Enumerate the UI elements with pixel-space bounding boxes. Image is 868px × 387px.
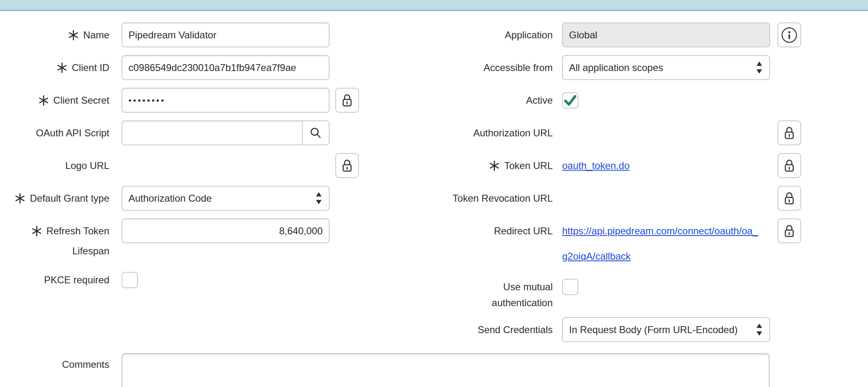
client-id-input[interactable] [122, 55, 330, 80]
client-secret-lock-button[interactable] [335, 88, 359, 113]
mandatory-icon [38, 95, 49, 106]
oauth-api-script-label: OAuth API Script [36, 127, 109, 139]
field-row-accessible-from: Accessible from All application scopes [434, 55, 868, 80]
use-mutual-authentication-label-line2: authentication [492, 297, 553, 309]
application-value: Global [562, 22, 770, 47]
authorization-url-lock-button[interactable] [777, 120, 801, 145]
field-row-authorization-url: Authorization URL [434, 120, 868, 145]
mandatory-icon [31, 226, 42, 236]
oauth-api-script-input[interactable] [122, 121, 302, 145]
default-grant-type-select[interactable]: Authorization Code [122, 186, 330, 211]
field-row-application: Application Global [434, 22, 868, 47]
select-arrows-icon [755, 60, 764, 75]
lock-icon [341, 93, 353, 107]
application-label: Application [505, 29, 553, 41]
lock-icon [784, 159, 795, 173]
mandatory-icon [489, 160, 500, 171]
token-revocation-url-lock-button[interactable] [777, 186, 801, 211]
field-row-pkce-required: PKCE required [0, 272, 434, 288]
authorization-url-label: Authorization URL [473, 127, 553, 139]
accessible-from-select[interactable]: All application scopes [562, 55, 770, 80]
default-grant-type-value: Authorization Code [128, 193, 212, 204]
token-url-lock-button[interactable] [777, 153, 801, 178]
checkmark-icon [563, 93, 577, 107]
use-mutual-authentication-checkbox[interactable] [562, 279, 578, 295]
token-revocation-url-value [562, 186, 770, 211]
comments-textarea[interactable] [122, 353, 770, 387]
send-credentials-label: Send Credentials [478, 324, 553, 336]
active-label: Active [526, 95, 553, 106]
select-arrows-icon [755, 322, 764, 337]
field-row-client-id: Client ID [0, 55, 434, 80]
client-id-label: Client ID [72, 62, 109, 73]
send-credentials-select[interactable]: In Request Body (Form URL-Encoded) [562, 317, 770, 342]
authorization-url-value [562, 120, 770, 145]
oauth-registry-form: Name Client ID [0, 11, 868, 387]
lock-icon [784, 224, 795, 238]
client-secret-input[interactable] [122, 88, 330, 113]
field-row-default-grant-type: Default Grant type Authorization Code [0, 186, 434, 211]
field-row-oauth-api-script: OAuth API Script [0, 120, 434, 145]
lock-icon [784, 191, 795, 205]
application-info-button[interactable] [777, 22, 801, 47]
accessible-from-label: Accessible from [484, 62, 553, 73]
redirect-url-link[interactable]: https://api.pipedream.com/connect/oauth/… [562, 218, 770, 269]
field-row-token-revocation-url: Token Revocation URL [434, 186, 868, 211]
accessible-from-value: All application scopes [569, 62, 663, 73]
logo-url-lock-button[interactable] [335, 153, 359, 178]
token-url-label: Token URL [504, 160, 553, 171]
pkce-required-label: PKCE required [44, 274, 109, 286]
lock-icon [341, 159, 353, 173]
logo-url-label: Logo URL [65, 160, 109, 171]
active-checkbox[interactable] [562, 92, 578, 109]
field-row-use-mutual-authentication: Use mutual authentication [434, 279, 868, 309]
default-grant-type-label: Default Grant type [30, 193, 109, 204]
client-secret-label: Client Secret [53, 95, 109, 106]
comments-label: Comments [62, 359, 109, 370]
section-header-bar [0, 0, 868, 11]
lock-icon [784, 126, 795, 140]
field-row-name: Name [0, 22, 434, 47]
field-row-client-secret: Client Secret [0, 88, 434, 113]
token-url-link[interactable]: oauth_token.do [562, 160, 629, 171]
refresh-token-lifespan-label-line2: Lifespan [72, 245, 109, 257]
field-row-active: Active [434, 88, 868, 113]
mandatory-icon [68, 30, 79, 40]
name-input[interactable] [122, 22, 330, 47]
token-revocation-url-label: Token Revocation URL [453, 193, 553, 204]
field-row-logo-url: Logo URL [0, 153, 434, 178]
select-arrows-icon [314, 191, 323, 206]
field-row-refresh-token-lifespan: Refresh Token Lifespan [0, 218, 434, 258]
mandatory-icon [57, 62, 67, 73]
refresh-token-lifespan-input[interactable] [122, 218, 330, 243]
redirect-url-label: Redirect URL [494, 225, 553, 237]
search-icon [309, 127, 322, 140]
field-row-redirect-url: Redirect URL https://api.pipedream.com/c… [434, 218, 868, 271]
use-mutual-authentication-label-line1: Use mutual [503, 281, 553, 293]
logo-url-value [122, 153, 330, 178]
field-row-token-url: Token URL oauth_token.do [434, 153, 868, 178]
oauth-api-script-search-button[interactable] [302, 121, 329, 145]
pkce-required-checkbox[interactable] [122, 272, 138, 288]
info-icon [781, 27, 798, 44]
field-row-send-credentials: Send Credentials In Request Body (Form U… [434, 317, 868, 342]
field-row-comments: Comments [0, 353, 868, 387]
send-credentials-value: In Request Body (Form URL-Encoded) [569, 324, 738, 336]
name-label: Name [83, 29, 109, 41]
refresh-token-lifespan-label-line1: Refresh Token [46, 225, 109, 237]
mandatory-icon [15, 193, 25, 204]
redirect-url-lock-button[interactable] [777, 218, 801, 243]
